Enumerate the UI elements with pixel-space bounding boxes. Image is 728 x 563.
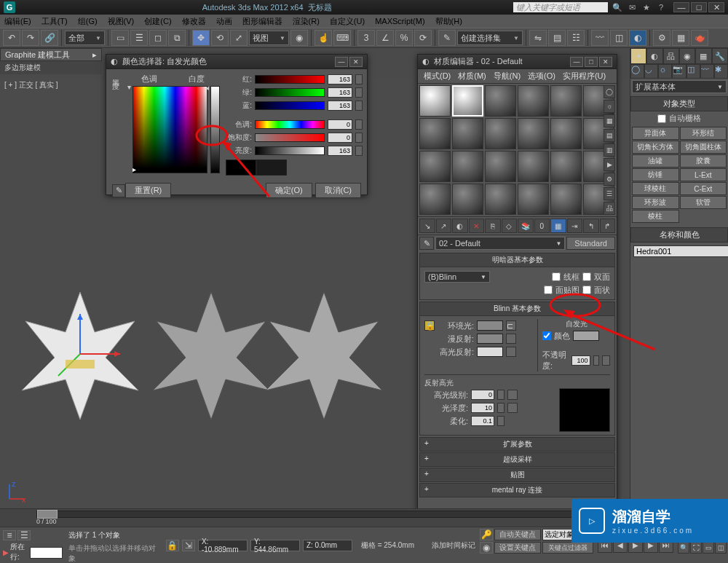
red-slider[interactable]	[255, 75, 325, 84]
sub-geometry[interactable]: ◯	[630, 64, 644, 79]
mat-dlg-min[interactable]: —	[570, 57, 583, 67]
transform-mode-icon[interactable]: ⇲	[182, 540, 195, 551]
name-color-header[interactable]: 名称和颜色	[630, 227, 728, 243]
script-input[interactable]	[30, 547, 63, 559]
autogrid-checkbox[interactable]	[657, 114, 666, 123]
mirror-button[interactable]: ⇋	[529, 30, 547, 46]
btn-cext[interactable]: C-Ext	[680, 182, 727, 195]
whiteness-slider[interactable]: ◂	[210, 86, 220, 173]
hue-spinner[interactable]: 0	[328, 119, 352, 130]
green-slider[interactable]	[255, 88, 325, 97]
backlight-icon[interactable]: ☼	[604, 100, 615, 113]
color-dlg-min[interactable]: —	[335, 57, 348, 67]
sample-uv-icon[interactable]: ▤	[604, 129, 615, 142]
specular-map-button[interactable]	[506, 347, 516, 357]
put-to-scene-icon[interactable]: ↗	[436, 218, 452, 233]
ambient-swatch[interactable]	[477, 320, 503, 331]
selfillum-swatch[interactable]	[573, 331, 599, 341]
sub-lights[interactable]: ☼	[658, 64, 672, 79]
wire-checkbox[interactable]	[552, 272, 561, 281]
btn-hedra[interactable]: 异面体	[632, 127, 679, 140]
speclevel-map-button[interactable]	[507, 390, 518, 400]
menu-maxscript[interactable]: MAXScript(M)	[375, 17, 424, 25]
options-icon[interactable]: ⚙	[604, 173, 615, 186]
percent-snap-button[interactable]: %	[395, 30, 413, 46]
mat-slot[interactable]	[485, 184, 516, 215]
menu-customize[interactable]: 自定义(U)	[330, 16, 365, 27]
mat-menu-mode[interactable]: 模式(D)	[424, 71, 451, 82]
roll-maps[interactable]: 贴图	[419, 468, 615, 482]
sat-spinner[interactable]: 0	[328, 133, 352, 143]
sub-cameras[interactable]: 📷	[672, 64, 686, 79]
mat-slot[interactable]	[452, 184, 483, 215]
mat-slot-selected[interactable]	[452, 85, 483, 117]
sat-slider[interactable]	[255, 133, 325, 142]
window-cross-button[interactable]: ⧉	[168, 30, 186, 46]
facemap-checkbox[interactable]	[544, 286, 553, 294]
mat-slot[interactable]	[452, 118, 483, 149]
shader-dropdown[interactable]: (B)Blinn▼	[424, 271, 490, 283]
rect-select-button[interactable]: ◻	[149, 30, 167, 46]
category-dropdown[interactable]: 扩展基本体	[632, 80, 727, 93]
sub-helpers[interactable]: ◫	[687, 64, 700, 79]
sub-shapes[interactable]: ◡	[644, 64, 658, 79]
max-toggle-icon[interactable]: ◫	[715, 542, 727, 554]
menu-edit[interactable]: 编辑(E)	[4, 16, 31, 27]
object-name-input[interactable]	[633, 245, 728, 257]
sub-systems[interactable]: ✱	[714, 64, 728, 79]
glossiness-spinner[interactable]: 10	[471, 403, 494, 413]
btn-gengon[interactable]: 球棱柱	[632, 182, 679, 195]
close-button[interactable]: ✕	[708, 2, 724, 12]
mat-slot[interactable]	[518, 118, 549, 149]
background-icon[interactable]: ▦	[604, 114, 615, 127]
mat-menu-util[interactable]: 实用程序(U)	[563, 71, 606, 82]
roll-supersampling[interactable]: 超级采样	[419, 452, 615, 467]
red-spinner[interactable]: 163	[328, 74, 352, 84]
select-button[interactable]: ▭	[111, 30, 129, 46]
menu-render[interactable]: 渲染(R)	[293, 16, 320, 27]
btn-capsule[interactable]: 胶囊	[680, 154, 727, 168]
fov-icon[interactable]: ▭	[703, 542, 714, 554]
mat-slot[interactable]	[485, 85, 516, 117]
hue-slider[interactable]	[255, 120, 325, 129]
named-selset-dropdown[interactable]: 创建选择集	[457, 31, 523, 45]
mat-menu-material[interactable]: 材质(M)	[458, 71, 486, 82]
make-copy-icon[interactable]: ⎘	[485, 218, 501, 233]
zoom-icon[interactable]: 🔍	[678, 542, 689, 554]
mat-slot[interactable]	[518, 184, 549, 215]
edit-selset-button[interactable]: ✎	[438, 30, 456, 46]
select-name-button[interactable]: ☰	[130, 30, 148, 46]
video-check-icon[interactable]: ▥	[604, 143, 615, 157]
spinner-snap-button[interactable]: ⟳	[414, 30, 432, 46]
render-button[interactable]: 🫖	[691, 30, 708, 46]
mat-slot[interactable]	[452, 151, 483, 182]
search-icon[interactable]: 🔍	[612, 2, 622, 12]
hue-field[interactable]: ▸	[132, 86, 207, 173]
show-in-vp-icon[interactable]: ▦	[550, 218, 566, 233]
mat-id-icon[interactable]: 0	[534, 218, 550, 233]
mat-slot[interactable]	[419, 118, 451, 149]
btn-hose[interactable]: 软管	[680, 196, 727, 209]
tab-display[interactable]: ▦	[695, 48, 711, 64]
btn-chamferbox[interactable]: 切角长方体	[632, 141, 679, 154]
pick-material-icon[interactable]: ✎	[419, 237, 434, 250]
help-search[interactable]: 键入关键字或短语	[513, 2, 608, 12]
move-button[interactable]: ✥	[192, 30, 210, 46]
menu-tools[interactable]: 工具(T)	[41, 16, 68, 27]
pivot-button[interactable]: ◉	[290, 30, 308, 46]
reset-button[interactable]: 重置(R)	[125, 183, 171, 198]
lock-selection-icon[interactable]: 🔒	[166, 540, 179, 551]
setkey-icon[interactable]: ◉	[480, 542, 493, 554]
tab-create[interactable]: ✦	[630, 48, 646, 64]
undo-button[interactable]: ↶	[3, 30, 20, 46]
btn-chamfercyl[interactable]: 切角圆柱体	[680, 141, 727, 154]
btn-oiltank[interactable]: 油罐	[632, 154, 679, 168]
speclevel-spinner[interactable]: 0	[471, 390, 494, 400]
mat-slot[interactable]	[419, 151, 451, 182]
go-parent-icon[interactable]: ↰	[583, 218, 599, 233]
blue-spinner[interactable]: 163	[328, 101, 352, 111]
mat-dlg-close[interactable]: ✕	[599, 57, 612, 67]
manip-button[interactable]: ☝	[314, 30, 332, 46]
y-coord[interactable]: Y: 544.86mm	[250, 540, 300, 551]
show-end-icon[interactable]: ⇥	[567, 218, 583, 233]
